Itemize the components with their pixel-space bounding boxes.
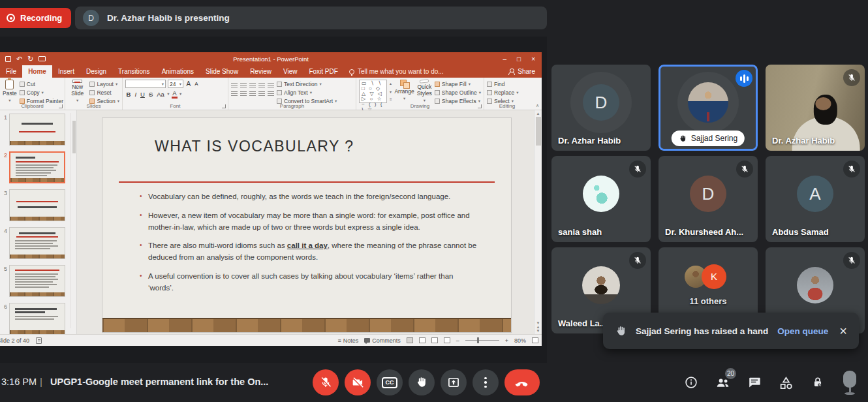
chat-button[interactable] <box>747 375 762 390</box>
spellcheck-icon[interactable] <box>36 337 42 344</box>
collapse-ribbon-icon[interactable]: ∧ <box>536 103 539 108</box>
font-name-select[interactable]: ▾ <box>125 80 166 88</box>
end-call-button[interactable] <box>504 369 540 395</box>
slideshow-view-icon[interactable] <box>444 337 450 343</box>
italic-button[interactable]: I <box>134 91 138 98</box>
host-controls-button[interactable] <box>811 375 825 390</box>
tile-dr-azhar-habib-video[interactable]: Dr. Azhar Habib <box>766 65 865 151</box>
meeting-details-button[interactable] <box>684 375 698 390</box>
align-right-icon[interactable] <box>249 91 256 96</box>
underline-button[interactable]: U <box>140 91 146 98</box>
normal-view-icon[interactable] <box>407 337 413 343</box>
more-options-button[interactable] <box>473 369 499 395</box>
tile-sania-shah[interactable]: sania shah <box>551 156 651 242</box>
columns-icon[interactable] <box>268 91 274 96</box>
copy-button[interactable]: Copy▾ <box>20 89 63 96</box>
activities-button[interactable] <box>779 375 794 390</box>
slide-thumbnail-2-selected[interactable] <box>9 151 65 183</box>
zoom-slider-thumb[interactable] <box>477 337 480 343</box>
open-queue-button[interactable]: Open queue <box>777 326 828 336</box>
shapes-gallery[interactable]: ▭ ∖ ∖ □ ○ ◇ △ ▽ ◁ ▷ ○ ☆ ~ ( ) { } ☆ <box>359 80 387 103</box>
text-direction-button[interactable]: Text Direction▾ <box>277 81 337 87</box>
tab-file[interactable]: File <box>0 65 22 78</box>
numbering-icon[interactable] <box>240 82 247 87</box>
mic-toggle-button[interactable] <box>313 369 339 395</box>
slide-sorter-view-icon[interactable] <box>419 337 426 343</box>
slide-thumbnail-4[interactable] <box>9 227 65 259</box>
reset-button[interactable]: Reset <box>89 89 119 96</box>
shape-fill-button[interactable]: Shape Fill▾ <box>435 81 481 87</box>
paste-button[interactable]: Paste ▾ <box>3 80 17 102</box>
slide-thumbnail-6[interactable] <box>9 303 65 334</box>
next-slide-icon[interactable]: ▼ <box>536 329 540 333</box>
cut-button[interactable]: Cut <box>20 81 63 87</box>
grow-font-button[interactable]: A <box>185 80 192 87</box>
undo-icon[interactable]: ↶ <box>16 55 22 63</box>
bold-button[interactable]: B <box>125 91 132 98</box>
character-spacing-button[interactable]: Aa <box>156 91 166 98</box>
tab-animations[interactable]: Animations <box>156 65 200 78</box>
find-button[interactable]: Find <box>487 81 518 87</box>
strikethrough-button[interactable]: S <box>147 91 153 98</box>
notes-button[interactable]: ≡Notes <box>337 337 358 344</box>
new-slide-button[interactable]: New Slide ▾ <box>68 80 87 102</box>
camera-toggle-button[interactable] <box>345 369 371 395</box>
scrollbar-thumb[interactable] <box>536 117 541 146</box>
replace-button[interactable]: Replace▾ <box>487 89 518 96</box>
tab-insert[interactable]: Insert <box>52 65 80 78</box>
slide-thumbnail-3[interactable] <box>9 189 65 221</box>
line-spacing-icon[interactable] <box>268 82 274 87</box>
tile-dr-khursheed[interactable]: D Dr. Khursheed Ah... <box>659 156 758 242</box>
align-left-icon[interactable] <box>231 91 238 96</box>
tab-home[interactable]: Home <box>22 65 52 78</box>
current-slide[interactable]: WHAT IS VOCABULARY ? Vocabulary can be d… <box>102 118 511 332</box>
comments-button[interactable]: Comments <box>364 337 401 344</box>
scroll-up-icon[interactable]: ▲ <box>536 112 540 116</box>
zoom-slider[interactable] <box>465 340 499 341</box>
align-center-icon[interactable] <box>240 91 247 96</box>
canvas-scrollbar[interactable]: ▲ ▼ ▲ ▼ <box>534 110 542 334</box>
slide-thumbnail-5[interactable] <box>9 265 65 297</box>
quick-styles-button[interactable]: Quick Styles ▾ <box>417 80 432 102</box>
captions-button[interactable]: CC <box>377 369 403 395</box>
restore-icon[interactable]: □ <box>517 55 521 63</box>
arrange-button[interactable]: Arrange ▾ <box>394 80 414 102</box>
tab-transitions[interactable]: Transitions <box>112 65 156 78</box>
tab-design[interactable]: Design <box>80 65 112 78</box>
tell-me-box[interactable]: Tell me what you want to do... <box>349 65 444 78</box>
bullets-icon[interactable] <box>231 82 238 87</box>
thumbnails-scrollbar[interactable] <box>70 113 76 328</box>
layout-button[interactable]: Layout▾ <box>89 81 119 87</box>
redo-icon[interactable]: ↻ <box>27 55 33 63</box>
fit-to-window-icon[interactable] <box>532 337 538 343</box>
close-icon[interactable]: × <box>531 55 535 63</box>
zoom-in-icon[interactable]: + <box>505 337 508 344</box>
justify-icon[interactable] <box>258 91 265 96</box>
tile-abdus-samad[interactable]: A Abdus Samad <box>766 156 865 242</box>
raise-hand-button[interactable] <box>409 369 435 395</box>
font-size-select[interactable]: 24▾ <box>168 80 183 88</box>
save-icon[interactable] <box>5 56 11 62</box>
present-screen-button[interactable] <box>441 369 467 395</box>
indent-increase-icon[interactable] <box>258 82 265 87</box>
minimize-icon[interactable]: – <box>503 55 507 63</box>
gallery-scroll[interactable]: ▴▾≡ <box>390 80 392 102</box>
participants-button[interactable]: 20 <box>715 375 730 390</box>
align-text-button[interactable]: Align Text▾ <box>277 89 337 96</box>
indent-decrease-icon[interactable] <box>249 82 256 87</box>
tab-view[interactable]: View <box>277 65 303 78</box>
shape-outline-button[interactable]: Shape Outline▾ <box>435 89 481 96</box>
start-slideshow-icon[interactable] <box>39 56 46 61</box>
reading-view-icon[interactable] <box>431 337 438 343</box>
slide-thumbnail-1[interactable] <box>9 114 65 146</box>
tab-foxit-pdf[interactable]: Foxit PDF <box>303 65 343 78</box>
share-button[interactable]: Share <box>501 65 542 78</box>
tab-slideshow[interactable]: Slide Show <box>200 65 244 78</box>
shrink-font-button[interactable]: A <box>194 81 199 87</box>
tile-dr-azhar-habib[interactable]: D Dr. Azhar Habib <box>551 65 651 151</box>
font-color-button[interactable]: A <box>172 90 178 99</box>
tab-review[interactable]: Review <box>244 65 277 78</box>
tile-sajjad-sering[interactable]: Sajjad Sering <box>659 65 758 151</box>
close-icon[interactable]: × <box>839 324 847 337</box>
zoom-out-icon[interactable]: – <box>456 337 459 344</box>
